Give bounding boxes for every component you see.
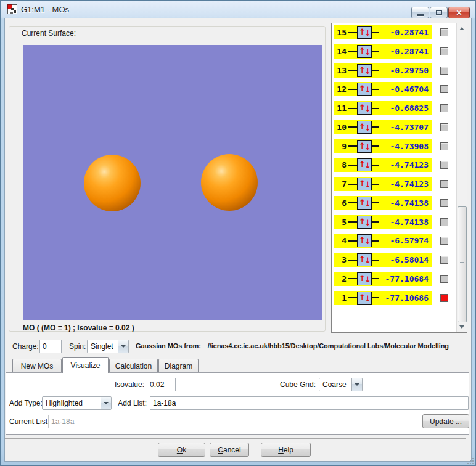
scroll-up-icon[interactable]: [459, 27, 464, 30]
mo-energy-strip[interactable]: 1↑↓-77.10686: [334, 291, 432, 305]
mo-energy-strip[interactable]: 4↑↓-6.57974: [334, 234, 432, 248]
mo-row: 5↑↓-4.74138: [334, 215, 456, 230]
mo-energy-strip[interactable]: 5↑↓-4.74138: [334, 215, 432, 229]
mo-index: 1: [334, 293, 347, 303]
mo-index: 2: [334, 274, 347, 284]
mo-select-checkbox[interactable]: [440, 256, 448, 264]
level-line-icon: [372, 278, 379, 279]
mo-index: 13: [334, 66, 347, 75]
mo-index: 3: [334, 255, 347, 264]
add-type-dropdown-button[interactable]: [101, 397, 111, 409]
mo-energy-value: -77.10686: [379, 293, 432, 303]
mo-energy-value: -77.10684: [379, 274, 432, 284]
spin-select[interactable]: Singlet: [87, 340, 129, 353]
mo-energy-value: -4.73908: [379, 142, 432, 151]
current-surface-groupbox: Current Surface: MO ( (MO = 1) ; Isovalu…: [9, 26, 326, 332]
charge-input[interactable]: [39, 340, 62, 353]
surface-caption: MO ( (MO = 1) ; Isovalue = 0.02 ): [23, 324, 134, 332]
mo-energy-strip[interactable]: 9↑↓-4.73908: [334, 139, 432, 153]
tab-calculation[interactable]: Calculation: [109, 359, 158, 372]
mo-list-scrollbar[interactable]: [456, 23, 467, 332]
close-button[interactable]: ✕: [448, 7, 470, 18]
current-surface-label: Current Surface:: [19, 29, 78, 38]
isovalue-label: Isovalue:: [99, 380, 144, 389]
cancel-button[interactable]: Cancel: [210, 443, 249, 457]
mo-energy-strip[interactable]: 6↑↓-4.74138: [334, 196, 432, 210]
mo-energy-strip[interactable]: 8↑↓-4.74123: [334, 158, 432, 172]
mo-energy-strip[interactable]: 10↑↓-4.73707: [334, 120, 432, 134]
spin-pair-icon: ↑↓: [357, 216, 372, 229]
mo-select-checkbox[interactable]: [440, 142, 448, 150]
mo-energy-strip[interactable]: 3↑↓-6.58014: [334, 253, 432, 267]
ok-button[interactable]: Ok: [158, 443, 205, 457]
cube-grid-label: Cube Grid:: [265, 380, 316, 389]
mo-select-checkbox[interactable]: [440, 123, 448, 131]
level-line-icon: [348, 126, 357, 128]
spin-dropdown-button[interactable]: [118, 340, 128, 353]
dropdown-arrow-icon: [355, 383, 359, 386]
mo-select-checkbox[interactable]: [440, 218, 448, 226]
add-type-select[interactable]: Highlighted: [42, 396, 112, 410]
mo-3d-viewport[interactable]: [23, 45, 322, 320]
resize-grip[interactable]: [466, 457, 474, 464]
mo-row: 3↑↓-6.58014: [334, 253, 456, 268]
minimize-button[interactable]: [411, 7, 429, 18]
mo-select-checkbox[interactable]: [440, 275, 448, 283]
tab-diagram[interactable]: Diagram: [158, 359, 199, 372]
level-line-icon: [372, 32, 379, 33]
cube-grid-dropdown-button[interactable]: [351, 378, 362, 391]
mo-select-checkbox[interactable]: [440, 199, 448, 207]
add-list-input[interactable]: [150, 396, 469, 410]
mo-select-checkbox[interactable]: [440, 47, 448, 55]
spin-pair-icon: ↑↓: [357, 272, 372, 285]
update-button[interactable]: Update ...: [422, 414, 469, 428]
tab-new-mos[interactable]: New MOs: [12, 359, 62, 372]
mo-energy-strip[interactable]: 13↑↓-0.29750: [334, 63, 432, 78]
mo-energy-value: -0.28741: [379, 47, 432, 56]
level-line-icon: [348, 145, 357, 147]
mo-energy-strip[interactable]: 7↑↓-4.74123: [334, 177, 432, 191]
level-line-icon: [372, 221, 379, 223]
add-type-label: Add Type:: [9, 399, 43, 407]
mo-energy-strip[interactable]: 12↑↓-0.46704: [334, 82, 432, 96]
level-line-icon: [372, 89, 379, 90]
isovalue-input[interactable]: [147, 378, 176, 391]
level-line-icon: [348, 51, 357, 52]
mo-select-checkbox[interactable]: [440, 85, 448, 93]
tab-visualize[interactable]: Visualize: [62, 357, 109, 373]
mo-row: 7↑↓-4.74123: [334, 177, 456, 192]
mo-index: 6: [334, 198, 347, 208]
level-line-icon: [348, 89, 357, 90]
scrollbar-thumb[interactable]: [458, 206, 467, 322]
mo-row: 4↑↓-6.57974: [334, 234, 456, 248]
mo-select-checkbox[interactable]: [440, 28, 448, 36]
mo-select-checkbox[interactable]: [440, 161, 448, 169]
mo-select-checkbox[interactable]: [440, 180, 448, 188]
level-line-icon: [348, 202, 357, 203]
mo-energy-strip[interactable]: 15↑↓-0.28741: [334, 25, 432, 39]
title-bar[interactable]: G1:M1 - MOs ✕: [0, 0, 476, 18]
dropdown-arrow-icon: [104, 402, 109, 404]
level-line-icon: [348, 32, 357, 33]
mo-energy-value: -6.57974: [379, 236, 432, 245]
mo-energy-strip[interactable]: 11↑↓-0.68825: [334, 101, 432, 115]
mo-row: 14↑↓-0.28741: [334, 44, 456, 59]
level-line-icon: [372, 145, 379, 147]
mo-row: 9↑↓-4.73908: [334, 139, 456, 154]
mo-select-checkbox[interactable]: [440, 67, 448, 75]
spin-pair-icon: ↑↓: [357, 83, 372, 96]
mo-energy-strip[interactable]: 2↑↓-77.10684: [334, 272, 432, 286]
mo-select-checkbox[interactable]: [440, 294, 448, 302]
cube-grid-select[interactable]: Coarse: [319, 378, 363, 391]
mo-energy-strip[interactable]: 14↑↓-0.28741: [334, 44, 432, 59]
maximize-button[interactable]: [430, 7, 448, 18]
help-button[interactable]: Help: [261, 443, 311, 457]
mo-level-list: 15↑↓-0.2874114↑↓-0.2874113↑↓-0.2975012↑↓…: [331, 23, 467, 333]
mo-energy-value: -0.29750: [379, 66, 432, 75]
spin-pair-icon: ↑↓: [357, 253, 372, 266]
mo-index: 4: [334, 236, 347, 245]
mo-select-checkbox[interactable]: [440, 104, 448, 112]
mo-select-checkbox[interactable]: [440, 237, 448, 245]
scroll-down-icon[interactable]: [459, 325, 464, 329]
mo-row: 15↑↓-0.28741: [334, 25, 456, 40]
